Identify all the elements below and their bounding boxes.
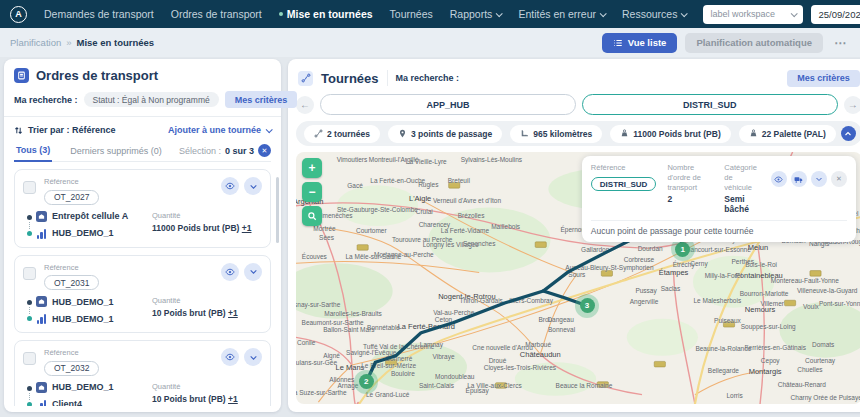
order-card[interactable]: Référence OT_2031 HUB_DEMO_1	[14, 255, 271, 334]
sort-icon	[14, 126, 23, 135]
auto-planning-button[interactable]: Planification automatique	[685, 33, 823, 53]
waypoint-marker[interactable]: 2	[354, 370, 378, 394]
expand-order-button[interactable]	[244, 177, 262, 195]
chevron-down-icon	[249, 182, 258, 191]
quantity-value: 10 Poids brut (PB) +1	[152, 394, 262, 404]
more-options-button[interactable]: ⋯	[831, 36, 850, 50]
eye-icon	[225, 181, 235, 191]
quantity-more-link[interactable]: +1	[242, 223, 252, 233]
top-navbar: A Demandes de transport Ordres de transp…	[0, 0, 860, 28]
view-order-button[interactable]	[221, 177, 239, 195]
destination-stop: Client4	[36, 399, 152, 407]
quantity-value: 10 Poids brut (PB) +1	[152, 308, 262, 318]
order-checkbox[interactable]	[23, 267, 36, 280]
add-to-tour-dropdown[interactable]: Ajouter à une tournée	[168, 125, 271, 135]
eye-icon	[225, 267, 235, 277]
overlay-orders-field: Nombre d'ordre de transport 2	[667, 163, 713, 204]
tab-deleted[interactable]: Derniers supprimés (0)	[68, 146, 164, 161]
quantity-label: Quantité	[152, 382, 262, 391]
nav-tournees[interactable]: Tournées	[390, 8, 433, 20]
my-criteria-button[interactable]: Mes critères	[225, 91, 298, 108]
tour-pill-distri-sud[interactable]: DISTRI_SUD	[582, 94, 838, 115]
search-label: Ma recherche :	[14, 95, 78, 105]
next-tour-button[interactable]: →	[844, 96, 860, 114]
tours-icon	[298, 71, 313, 86]
tour-pill-app-hub[interactable]: APP_HUB	[320, 94, 576, 115]
weight-icon	[620, 129, 629, 138]
breadcrumb-parent[interactable]: Planification	[10, 37, 61, 48]
tour-reference-badge: DISTRI_SUD	[591, 177, 657, 191]
clear-selection-button[interactable]: ✕	[258, 144, 271, 157]
workspace-select[interactable]: label workspace	[703, 5, 803, 24]
origin-stop: Entrepôt cellule A	[36, 211, 152, 222]
quantity-label: Quantité	[152, 296, 262, 305]
order-checkbox[interactable]	[23, 352, 36, 365]
nav-entites-en-erreur[interactable]: Entités en erreur	[518, 8, 605, 20]
divider	[387, 70, 388, 86]
origin-stop: HUB_DEMO_1	[36, 382, 152, 393]
stat-kilometers: 965 kilomètres	[510, 125, 602, 143]
stat-waypoints: 3 points de passage	[388, 125, 502, 143]
nav-ordres-de-transport[interactable]: Ordres de transport	[171, 8, 262, 20]
chevron-down-icon	[249, 353, 258, 362]
nav-mise-en-tournees[interactable]: Mise en tournées	[279, 8, 373, 20]
hub-icon	[36, 313, 47, 324]
order-reference-badge: OT_2027	[44, 190, 99, 205]
map-controls: + −	[302, 158, 322, 226]
quantity-more-link[interactable]: +1	[228, 394, 238, 404]
overlay-reference-field: Référence DISTRI_SUD	[591, 163, 657, 191]
previous-tour-button[interactable]: ←	[296, 96, 314, 114]
scrollbar-thumb[interactable]	[276, 177, 279, 243]
waypoint-marker[interactable]: 3	[575, 294, 599, 318]
stat-tours: 2 tournées	[304, 125, 380, 143]
chevron-up-icon	[844, 130, 852, 138]
expand-tour-button[interactable]	[811, 171, 827, 187]
expand-order-button[interactable]	[244, 348, 262, 366]
locate-button[interactable]	[302, 206, 322, 226]
date-picker[interactable]: 25/09/2023	[811, 5, 860, 24]
status-filter-chip[interactable]: Statut : Égal à Non programmé	[84, 92, 219, 107]
ruler-icon	[520, 129, 529, 138]
reference-label: Référence	[44, 177, 99, 186]
chevron-down-icon	[249, 267, 258, 276]
nav-demandes-de-transport[interactable]: Demandes de transport	[44, 8, 154, 20]
order-card[interactable]: Référence OT_2032 HUB_DEMO_1	[14, 340, 271, 406]
orders-panel-title: Ordres de transport	[36, 68, 158, 83]
route-icon	[314, 129, 323, 138]
close-overlay-button[interactable]: ✕	[831, 171, 847, 187]
quantity-more-link[interactable]: +1	[228, 308, 238, 318]
eye-icon	[225, 352, 235, 362]
chevron-down-icon	[266, 126, 273, 133]
quantity-value: 11000 Poids brut (PB) +1	[152, 223, 262, 233]
view-order-button[interactable]	[221, 348, 239, 366]
breadcrumb-separator: »	[66, 37, 71, 48]
sort-by-dropdown[interactable]: Trier par : Référence	[14, 125, 116, 135]
my-criteria-button[interactable]: Mes critères	[787, 70, 860, 87]
chevron-down-icon	[600, 10, 607, 17]
zoom-out-button[interactable]: −	[302, 182, 322, 202]
tab-all[interactable]: Tous (3)	[14, 145, 52, 162]
reference-label: Référence	[44, 263, 99, 272]
vehicle-button[interactable]	[791, 171, 807, 187]
nav-ressources[interactable]: Ressources	[622, 8, 686, 20]
view-order-button[interactable]	[221, 263, 239, 281]
order-checkbox[interactable]	[23, 181, 36, 194]
destination-stop: HUB_DEMO_1	[36, 228, 152, 239]
active-dot-icon	[279, 12, 283, 16]
view-tour-button[interactable]	[771, 171, 787, 187]
order-reference-badge: OT_2031	[44, 275, 99, 290]
destination-stop: HUB_DEMO_1	[36, 313, 152, 324]
map-canvas[interactable]: VimoutiersMontreuil-l'ArgilléLa Vieille-…	[296, 152, 860, 404]
stat-pallets: 22 Palette (PAL)	[739, 125, 836, 143]
zoom-in-button[interactable]: +	[302, 158, 322, 178]
collapse-stats-button[interactable]	[841, 126, 856, 141]
order-card[interactable]: Référence OT_2027 Entrepôt cellule A	[14, 169, 271, 248]
chevron-down-icon	[681, 10, 688, 17]
nav-rapports[interactable]: Rapports	[450, 8, 502, 20]
pallet-icon	[749, 129, 758, 138]
view-list-button[interactable]: Vue liste	[602, 33, 678, 53]
order-card-list: Référence OT_2027 Entrepôt cellule A	[14, 169, 271, 406]
tours-search-input[interactable]	[467, 69, 779, 87]
expand-order-button[interactable]	[244, 263, 262, 281]
app-logo[interactable]: A	[10, 6, 27, 23]
